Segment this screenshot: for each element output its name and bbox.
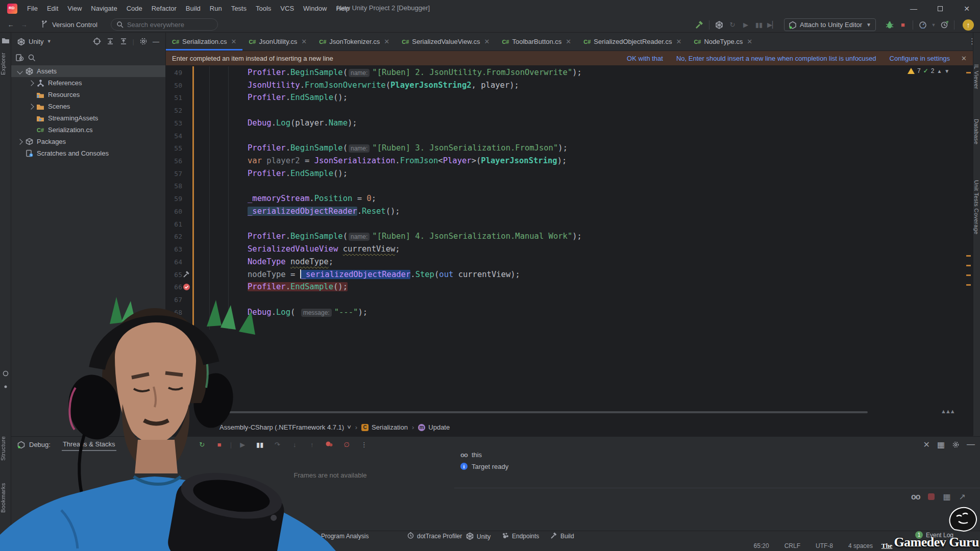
expand-all-icon[interactable]	[106, 37, 114, 45]
notification-close-icon[interactable]: ✕	[961, 55, 967, 62]
stop-icon[interactable]: ■	[896, 19, 910, 31]
code-line[interactable]: 66 Profiler.EndSample();	[166, 281, 972, 293]
notif-action-no[interactable]: No, Enter should insert a new line when …	[676, 55, 876, 62]
select-opened-file-icon[interactable]	[15, 54, 24, 62]
code-line[interactable]: 58	[166, 180, 972, 192]
tab-close-icon[interactable]: ✕	[747, 38, 752, 45]
file-encoding[interactable]: UTF-8	[816, 542, 833, 549]
maximize-icon[interactable]	[927, 0, 953, 17]
menu-tests[interactable]: Tests	[227, 3, 251, 14]
menu-file[interactable]: File	[22, 3, 42, 14]
menu-window[interactable]: Window	[299, 3, 331, 14]
collapse-all-icon[interactable]	[119, 37, 128, 45]
tab-options-icon[interactable]: ⋮	[968, 37, 976, 46]
pause-debug-icon[interactable]: ▮▮	[253, 441, 266, 448]
code-line[interactable]: 55 Profiler.BeginSample(name:"[Ruben] 3.…	[166, 142, 972, 155]
tree-chevron-icon[interactable]	[15, 69, 24, 73]
code-line[interactable]: 52	[166, 104, 972, 117]
caret-position[interactable]: 65:20	[754, 542, 769, 549]
code-line[interactable]: 53 Debug.Log(player.Name);	[166, 117, 972, 130]
tree-item-references[interactable]: References	[11, 77, 165, 89]
watch-glasses-icon[interactable]: oo	[911, 492, 920, 502]
run-config-unity-icon[interactable]	[713, 19, 726, 31]
project-folder-icon[interactable]	[2, 37, 10, 44]
step-icon[interactable]: ▶▏	[766, 19, 779, 31]
indent-style[interactable]: 4 spaces	[848, 542, 873, 549]
step-over-icon[interactable]: ↷	[271, 441, 284, 448]
tab-close-icon[interactable]: ✕	[384, 38, 389, 45]
menu-navigate[interactable]: Navigate	[86, 3, 121, 14]
resume-icon[interactable]: ▶	[236, 441, 249, 448]
menu-build[interactable]: Build	[181, 3, 205, 14]
tab-serializedobjectreader-cs[interactable]: C#SerializedObjectReader.cs✕	[577, 33, 688, 51]
locate-file-icon[interactable]	[93, 37, 101, 45]
prev-issue-icon[interactable]: ▲	[937, 68, 942, 74]
minimize-icon[interactable]: —	[900, 0, 927, 17]
toolbar-item-endpoints[interactable]: Endpoints	[502, 532, 539, 540]
tab-threads-stacks[interactable]: Threads & Stacks	[62, 438, 116, 451]
update-notification-icon[interactable]: ↑	[963, 19, 974, 31]
step-into-icon[interactable]: ↓	[288, 441, 301, 448]
toolbar-item-unity[interactable]: Unity	[466, 532, 491, 541]
debug-more-icon[interactable]: ⋮	[357, 441, 371, 448]
tree-item-serialization-cs[interactable]: C#Serialization.cs	[11, 124, 165, 136]
profiler-icon[interactable]	[916, 19, 929, 31]
tab-close-icon[interactable]: ✕	[301, 38, 307, 45]
horizontal-scrollbar[interactable]	[219, 411, 868, 413]
debug-var-row[interactable]: iTarget ready	[460, 461, 508, 472]
red-square-icon[interactable]	[928, 493, 935, 500]
mute-breakpoints-icon[interactable]: ∅	[340, 441, 353, 448]
toolbar-item-dynamic-program-analysis[interactable]: Dynamic Program Analysis	[286, 532, 369, 540]
menu-view[interactable]: View	[63, 3, 86, 14]
code-line[interactable]: 56 var player2 = JsonSerialization.FromJ…	[166, 155, 972, 167]
menu-tools[interactable]: Tools	[251, 3, 276, 14]
debug-strip-icon[interactable]	[3, 370, 9, 377]
tree-item-assets[interactable]: Assets	[11, 65, 165, 77]
tree-item-streamingassets[interactable]: StreamingAssets	[11, 112, 165, 124]
code-line[interactable]: 64 NodeType nodeType;	[166, 256, 972, 268]
breakpoint-icon[interactable]	[182, 281, 190, 293]
menu-run[interactable]: Run	[205, 3, 227, 14]
debug-var-row[interactable]: oothis	[460, 449, 482, 460]
menu-code[interactable]: Code	[122, 3, 147, 14]
toolbar-item-dottrace-profiler[interactable]: dotTrace Profiler	[407, 532, 462, 540]
tab-jsontokenizer-cs[interactable]: C#JsonTokenizer.cs✕	[313, 33, 396, 51]
tab-close-icon[interactable]: ✕	[566, 38, 571, 45]
line-separator[interactable]: CRLF	[785, 542, 800, 549]
tab-jsonutility-cs[interactable]: C#JsonUtility.cs✕	[242, 33, 313, 51]
step-out-icon[interactable]: ↑	[305, 441, 318, 448]
debug-bug-icon[interactable]	[883, 19, 896, 31]
menu-edit[interactable]: Edit	[42, 3, 63, 14]
search-everywhere[interactable]: Search everywhere	[111, 18, 218, 31]
debug-layout-icon[interactable]: ▦	[937, 440, 945, 449]
structure-strip-tab[interactable]: Structure	[0, 431, 11, 466]
debug-hide-icon[interactable]: —	[967, 440, 975, 449]
tab-serializedvalueview-cs[interactable]: C#SerializedValueView.cs✕	[396, 33, 496, 51]
tab-close-icon[interactable]: ✕	[231, 38, 237, 45]
build-hammer-icon[interactable]	[693, 19, 706, 31]
export-icon[interactable]: ↗	[959, 492, 966, 502]
code-line[interactable]: 61	[166, 218, 972, 231]
code-line[interactable]: 62 Profiler.BeginSample(name:"[Ruben] 4.…	[166, 230, 972, 243]
next-issue-icon[interactable]: ▼	[944, 68, 949, 74]
tree-chevron-icon[interactable]	[27, 105, 36, 109]
notif-action-configure[interactable]: Configure in settings	[890, 55, 950, 62]
chevron-down-icon[interactable]: ▼	[929, 19, 938, 31]
breadcrumb-2[interactable]: CSerialization	[361, 423, 408, 431]
version-control-button[interactable]: Version Control	[52, 21, 97, 29]
pause-icon[interactable]: ▮▮	[752, 19, 766, 31]
breadcrumb-3[interactable]: mUpdate	[418, 423, 450, 431]
forward-arrow-icon[interactable]: →	[17, 18, 31, 31]
code-line[interactable]: 60 _serializedObjectReader.Reset();	[166, 205, 972, 218]
tab-toolbarbutton-cs[interactable]: C#ToolbarButton.cs✕	[496, 33, 577, 51]
gear-icon[interactable]	[139, 37, 148, 45]
menu-refactor[interactable]: Refactor	[147, 3, 181, 14]
code-line[interactable]: 51 Profiler.EndSample();	[166, 91, 972, 104]
code-line[interactable]: 59 _memoryStream.Position = 0;	[166, 192, 972, 205]
attach-to-unity-dropdown[interactable]: Attach to Unity Editor ▼	[784, 18, 876, 31]
grid-view-icon[interactable]: ▦	[943, 492, 950, 502]
debug-gear-icon[interactable]	[952, 441, 960, 448]
strip-tab-il-viewer[interactable]: IL Viewer	[973, 53, 979, 100]
profile-history-icon[interactable]	[938, 19, 951, 31]
code-line[interactable]: 65 nodeType = _serializedObjectReader.St…	[166, 268, 972, 281]
